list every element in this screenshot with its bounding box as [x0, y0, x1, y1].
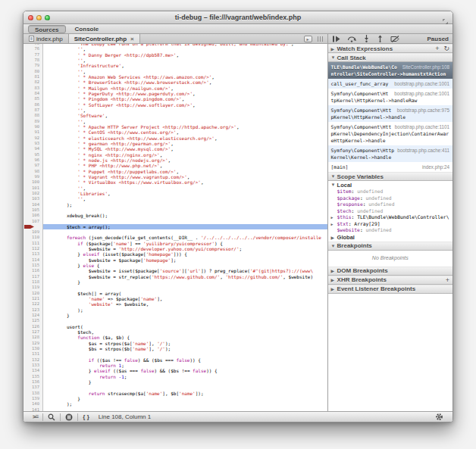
- code-line[interactable]: $website = isset($package['source']['url…: [43, 268, 327, 273]
- line-number[interactable]: 104: [23, 202, 42, 207]
- line-number[interactable]: 97: [23, 163, 42, 168]
- line-number[interactable]: 134: [23, 368, 42, 373]
- scope-local-group[interactable]: ▼ Local: [328, 181, 453, 189]
- code-line[interactable]: } elseif (($as === false) && ($bs !== fa…: [43, 368, 327, 373]
- code-line[interactable]: 'website' => $website,: [43, 301, 327, 307]
- code-line[interactable]: $website = str_replace('https://www.gith…: [43, 274, 327, 279]
- line-number[interactable]: 94: [23, 146, 42, 151]
- line-number[interactable]: 127: [23, 329, 42, 335]
- code-line[interactable]: [43, 219, 327, 224]
- code-line[interactable]: ' * elasticsearch <http://www.elasticsea…: [43, 136, 327, 141]
- line-number[interactable]: 103: [23, 196, 42, 201]
- code-line[interactable]: 'Infrastructure',: [43, 63, 327, 68]
- code-line[interactable]: );: [43, 307, 327, 313]
- step-into-button[interactable]: [363, 35, 370, 42]
- code-line[interactable]: }: [43, 379, 327, 385]
- line-number[interactable]: 109: [23, 229, 42, 235]
- code-line[interactable]: return strcasecmp($a['name'], $b['name']…: [43, 391, 327, 396]
- code-line[interactable]: ' * PHP <http://www.php.net/>',: [43, 163, 327, 168]
- code-line[interactable]: $website = 'http://developer.yahoo.com/y…: [43, 246, 327, 251]
- call-stack-frame[interactable]: index.php:24[main]: [328, 162, 453, 172]
- scope-variable-row[interactable]: $item: undefined: [328, 189, 453, 195]
- code-line[interactable]: ' * BrowserStack <http://www.browserstac…: [43, 80, 327, 85]
- code-line[interactable]: '',: [43, 108, 327, 113]
- tab-sources[interactable]: Sources: [28, 25, 66, 33]
- line-number[interactable]: 78: [23, 58, 42, 63]
- section-scope-variables[interactable]: ▼ Scope Variables: [328, 172, 453, 181]
- line-number[interactable]: 76: [23, 46, 42, 51]
- section-dom-breakpoints[interactable]: ▶ DOM Breakpoints: [328, 267, 453, 276]
- step-out-button[interactable]: [377, 35, 384, 42]
- line-number[interactable]: 124: [23, 313, 42, 318]
- line-number[interactable]: 120: [23, 291, 42, 296]
- close-button[interactable]: [28, 15, 33, 20]
- code-line[interactable]: $tech,: [43, 329, 327, 335]
- code-line[interactable]: if ($package['name'] == 'yuilibrary/yuic…: [43, 241, 327, 246]
- line-number[interactable]: 82: [23, 80, 42, 85]
- line-number[interactable]: 106: [23, 213, 42, 218]
- line-number[interactable]: 114: [23, 257, 42, 263]
- code-line[interactable]: ' * Amazon Web Services <http://aws.amaz…: [43, 74, 327, 80]
- line-number[interactable]: 133: [23, 363, 42, 368]
- line-number[interactable]: 138: [23, 391, 42, 396]
- code-line[interactable]: return 1;: [43, 363, 327, 368]
- gear-icon[interactable]: [431, 412, 448, 422]
- call-stack-frame[interactable]: bootstrap.php.cache:1001call_user_func_a…: [328, 79, 453, 89]
- section-event-listener-breakpoints[interactable]: ▶ Event Listener Breakpoints: [328, 285, 453, 294]
- code-line[interactable]: );: [43, 401, 327, 407]
- line-number[interactable]: 100: [23, 179, 42, 185]
- code-line[interactable]: function ($a, $b) {: [43, 335, 327, 340]
- resize-icon[interactable]: [442, 14, 449, 28]
- step-over-button[interactable]: [347, 36, 356, 42]
- pause-on-exceptions-button[interactable]: [61, 412, 77, 422]
- file-tab-sitecontroller-php[interactable]: SiteController.php ×: [68, 34, 140, 43]
- line-number[interactable]: 98: [23, 169, 42, 174]
- code-line[interactable]: [43, 285, 327, 290]
- line-number[interactable]: 96: [23, 157, 42, 163]
- code-line[interactable]: }: [43, 313, 327, 318]
- line-number[interactable]: 129: [23, 341, 42, 346]
- code-line[interactable]: } elseif (isset($package['homepage'])) {: [43, 251, 327, 257]
- code-line[interactable]: }: [43, 396, 327, 401]
- code-line[interactable]: ' * Apache HTTP Server Project <http://h…: [43, 124, 327, 129]
- line-number[interactable]: [23, 224, 42, 229]
- line-number[interactable]: 116: [23, 268, 42, 273]
- line-number[interactable]: 89: [23, 119, 42, 124]
- code-pane[interactable]: 'The Loopy Ewe runs on a platform that i…: [43, 44, 327, 411]
- line-number[interactable]: 117: [23, 274, 42, 279]
- call-stack-frame[interactable]: bootstrap.php.cache:1101Symfony\Componen…: [328, 122, 453, 145]
- line-number[interactable]: 115: [23, 263, 42, 268]
- code-line[interactable]: ' * Vagrant <http://www.vagrantup.com/>'…: [43, 174, 327, 179]
- line-number[interactable]: 91: [23, 129, 42, 135]
- code-line[interactable]: ' * PagerDuty <http://www.pagerduty.com/…: [43, 91, 327, 96]
- line-number[interactable]: 90: [23, 124, 42, 129]
- line-number[interactable]: 105: [23, 207, 42, 213]
- line-number[interactable]: 79: [23, 63, 42, 68]
- line-number[interactable]: 126: [23, 324, 42, 329]
- chevron-right-icon[interactable]: ▶: [331, 221, 337, 228]
- code-line[interactable]: $tech = array();: [43, 224, 327, 229]
- line-number[interactable]: 121: [23, 296, 42, 301]
- section-call-stack[interactable]: ▼ Call Stack: [328, 53, 453, 62]
- line-number[interactable]: 119: [23, 285, 42, 290]
- line-number[interactable]: 77: [23, 52, 42, 58]
- scope-variable-row[interactable]: $tech: undefined: [328, 208, 453, 215]
- line-number[interactable]: 99: [23, 174, 42, 179]
- scope-variable-row[interactable]: $package: undefined: [328, 195, 453, 202]
- code-line[interactable]: 'Software',: [43, 113, 327, 118]
- line-number[interactable]: 107: [23, 219, 42, 224]
- line-number[interactable]: 135: [23, 374, 42, 379]
- code-line[interactable]: '',: [43, 196, 327, 201]
- close-tab-icon[interactable]: ×: [129, 36, 134, 42]
- code-line[interactable]: );: [43, 202, 327, 207]
- call-stack-frame[interactable]: bootstrap.php.cache:1001Symfony\Componen…: [328, 89, 453, 105]
- line-number[interactable]: 80: [23, 69, 42, 74]
- show-panel-icon[interactable]: ▸: [304, 36, 312, 42]
- code-line[interactable]: [43, 207, 327, 213]
- code-line[interactable]: usort(: [43, 324, 327, 329]
- code-line[interactable]: 'name' => $package['name'],: [43, 296, 327, 301]
- line-number[interactable]: 112: [23, 246, 42, 251]
- search-icon[interactable]: [43, 412, 60, 422]
- code-line[interactable]: }: [43, 279, 327, 285]
- section-watch-expressions[interactable]: ▶ Watch Expressions + ↻: [328, 44, 453, 53]
